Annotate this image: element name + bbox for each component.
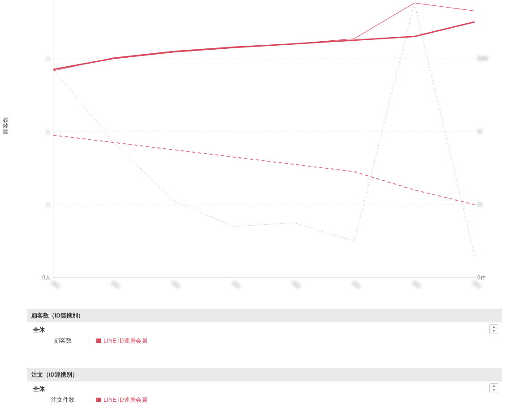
y-left-tick: 人 <box>45 201 51 208</box>
plot-area: 0人人人人0件件件50件202-202-202-202-202-202-202-… <box>53 0 475 278</box>
spinner[interactable]: ▲ ▼ <box>489 324 498 334</box>
y-left-tick: 0人 <box>42 274 51 282</box>
x-tick: 202- <box>230 279 243 291</box>
y-left-tick: 人 <box>45 128 51 135</box>
chevron-up-icon[interactable]: ▲ <box>490 325 498 329</box>
chevron-up-icon[interactable]: ▲ <box>490 384 498 388</box>
chart-lines <box>53 0 475 278</box>
legend-item[interactable]: LINE ID連携会員 <box>96 337 147 345</box>
section-subtitle: 全体 <box>27 381 502 393</box>
section-customers: 顧客数（ID連携別） 全体 顧客数 LINE ID連携会員 ▲ ▼ <box>27 309 502 349</box>
x-tick: 202- <box>350 279 363 291</box>
chart-area: 顧客数 注文件数 0人人人人0件件件50件202-202-202-202-202… <box>0 0 510 304</box>
y-left-axis-title: 顧客数 <box>2 117 10 134</box>
chevron-down-icon[interactable]: ▼ <box>490 329 498 334</box>
section-orders: 注文（ID連携別） 全体 注文件数 LINE ID連携会員 ▲ ▼ <box>27 368 502 408</box>
row-label: 注文件数 <box>40 396 90 404</box>
y-right-tick: 0件 <box>477 274 486 282</box>
y-right-tick: 50件 <box>477 55 488 62</box>
y-left-tick: 人 <box>45 55 51 62</box>
x-tick: 202- <box>290 279 303 291</box>
spinner[interactable]: ▲ ▼ <box>489 383 498 393</box>
row-label: 顧客数 <box>40 337 90 345</box>
legend-label: LINE ID連携会員 <box>104 396 147 404</box>
legend-swatch-icon <box>96 398 101 402</box>
legend-item[interactable]: LINE ID連携会員 <box>96 396 147 404</box>
section-title: 注文（ID連携別） <box>27 368 502 381</box>
x-tick: 202- <box>170 279 183 291</box>
section-subtitle: 全体 <box>27 322 502 334</box>
x-tick: 202- <box>110 279 122 291</box>
x-tick: 202- <box>50 279 62 291</box>
chevron-down-icon[interactable]: ▼ <box>490 388 498 393</box>
y-right-tick: 件 <box>477 128 483 135</box>
legend-swatch-icon <box>96 339 101 343</box>
section-title: 顧客数（ID連携別） <box>27 309 502 322</box>
section-row: 注文件数 LINE ID連携会員 ▲ ▼ <box>27 393 502 408</box>
section-row: 顧客数 LINE ID連携会員 ▲ ▼ <box>27 334 502 349</box>
y-right-tick: 件 <box>477 201 483 208</box>
legend-label: LINE ID連携会員 <box>104 337 147 345</box>
x-tick: 202- <box>411 279 424 291</box>
